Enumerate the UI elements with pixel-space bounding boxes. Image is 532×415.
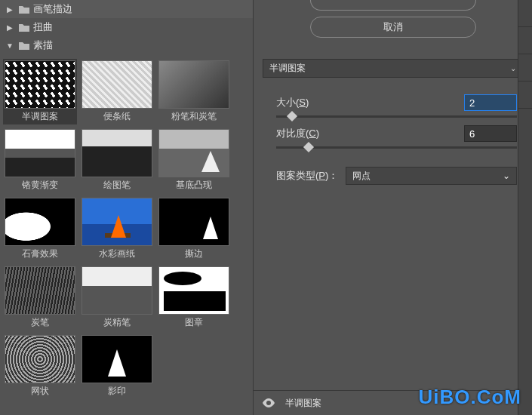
filter-options-panel: 取消 半调图案 ⌄ 大小(S) 对比度(C) 图案类型(P)： bbox=[253, 0, 532, 415]
filter-thumbnail[interactable]: 撕边 bbox=[157, 196, 231, 262]
filter-gallery-panel: ▶画笔描边▶扭曲▼素描 半调图案便条纸粉笔和炭笔铬黄渐变绘图笔基底凸现石膏效果水… bbox=[0, 0, 253, 415]
filter-thumbnail-preview bbox=[81, 60, 152, 109]
filter-thumbnail[interactable]: 基底凸现 bbox=[157, 128, 231, 193]
arrow-right-icon: ▶ bbox=[5, 22, 15, 32]
size-slider[interactable] bbox=[276, 115, 517, 118]
filter-thumbnail-preview bbox=[158, 60, 229, 109]
chevron-down-icon: ⌄ bbox=[503, 171, 510, 181]
ok-button-partial[interactable] bbox=[310, 0, 476, 11]
filter-thumbnail-label: 半调图案 bbox=[22, 110, 58, 123]
filter-thumbnail-preview bbox=[158, 266, 229, 315]
filter-thumbnail-label: 铬黄渐变 bbox=[22, 179, 58, 192]
filter-thumbnail-label: 图章 bbox=[185, 316, 203, 329]
size-slider-thumb[interactable] bbox=[287, 111, 297, 121]
filter-thumbnail-label: 撕边 bbox=[185, 247, 203, 260]
filter-thumbnail-preview bbox=[5, 266, 75, 315]
tree-category[interactable]: ▶扭曲 bbox=[0, 18, 253, 36]
filter-thumbnail-label: 基底凸现 bbox=[176, 179, 212, 192]
filter-thumbnail-preview bbox=[81, 129, 152, 177]
tree-category[interactable]: ▼素描 bbox=[0, 36, 253, 54]
filter-thumbnail-label: 粉笔和炭笔 bbox=[171, 110, 217, 123]
filter-thumbnail-label: 网状 bbox=[31, 385, 49, 398]
filter-thumbnail-preview bbox=[81, 335, 152, 383]
size-label: 大小(S) bbox=[276, 96, 309, 109]
filter-thumbnail-preview bbox=[158, 129, 229, 177]
filter-thumbnail-preview bbox=[158, 198, 229, 246]
filter-thumbnail-label: 影印 bbox=[108, 385, 126, 398]
filter-thumbnail-label: 绘图笔 bbox=[103, 179, 131, 192]
filter-select-dropdown[interactable]: 半调图案 ⌄ bbox=[263, 59, 523, 78]
filter-thumbnails-grid: 半调图案便条纸粉笔和炭笔铬黄渐变绘图笔基底凸现石膏效果水彩画纸撕边炭笔炭精笔图章… bbox=[0, 54, 253, 404]
tree-category[interactable]: ▶画笔描边 bbox=[0, 0, 253, 18]
filter-thumbnail-preview bbox=[5, 198, 75, 246]
right-vertical-toolbar bbox=[518, 0, 532, 415]
filter-thumbnail-label: 石膏效果 bbox=[22, 247, 58, 260]
size-input[interactable] bbox=[464, 94, 517, 111]
filter-thumbnail[interactable]: 影印 bbox=[80, 334, 154, 399]
filter-thumbnail-preview bbox=[5, 60, 75, 109]
folder-icon bbox=[18, 41, 30, 51]
filter-thumbnail[interactable]: 水彩画纸 bbox=[80, 196, 154, 262]
contrast-input[interactable] bbox=[464, 125, 517, 142]
filter-thumbnail[interactable]: 粉笔和炭笔 bbox=[157, 59, 231, 124]
filter-thumbnail-label: 便条纸 bbox=[103, 110, 131, 123]
filter-thumbnail[interactable]: 石膏效果 bbox=[3, 196, 77, 262]
folder-icon bbox=[18, 23, 30, 32]
contrast-slider[interactable] bbox=[276, 146, 517, 149]
watermark-text: UiBO.CoM bbox=[418, 386, 521, 409]
tree-category-label: 画笔描边 bbox=[33, 2, 72, 16]
filter-thumbnail[interactable]: 便条纸 bbox=[80, 59, 154, 124]
filter-layer-name: 半调图案 bbox=[285, 397, 321, 410]
filter-thumbnail[interactable]: 半调图案 bbox=[3, 59, 77, 124]
pattern-type-label: 图案类型(P)： bbox=[276, 169, 338, 183]
cancel-button[interactable]: 取消 bbox=[310, 17, 476, 38]
contrast-slider-thumb[interactable] bbox=[303, 142, 314, 152]
pattern-type-select[interactable]: 网点 ⌄ bbox=[346, 167, 517, 185]
filter-thumbnail[interactable]: 炭笔 bbox=[3, 265, 77, 330]
filter-thumbnail-preview bbox=[81, 198, 152, 246]
visibility-eye-icon[interactable] bbox=[260, 395, 278, 410]
tree-category-label: 扭曲 bbox=[33, 20, 53, 34]
filter-thumbnail[interactable]: 炭精笔 bbox=[80, 265, 154, 330]
filter-select-value: 半调图案 bbox=[269, 62, 306, 75]
arrow-right-icon: ▶ bbox=[5, 4, 15, 14]
filter-thumbnail[interactable]: 图章 bbox=[157, 265, 231, 330]
arrow-down-icon: ▼ bbox=[5, 40, 15, 51]
folder-icon bbox=[18, 5, 30, 14]
filter-thumbnail[interactable]: 绘图笔 bbox=[80, 128, 154, 193]
filter-thumbnail[interactable]: 铬黄渐变 bbox=[3, 128, 77, 193]
filter-thumbnail-preview bbox=[5, 335, 75, 383]
filter-thumbnail-label: 炭精笔 bbox=[103, 316, 131, 329]
filter-thumbnail[interactable]: 网状 bbox=[3, 334, 77, 399]
contrast-label: 对比度(C) bbox=[276, 127, 319, 140]
tree-category-label: 素描 bbox=[33, 38, 53, 52]
chevron-down-icon: ⌄ bbox=[510, 64, 516, 72]
filter-thumbnail-label: 炭笔 bbox=[31, 316, 49, 329]
pattern-type-value: 网点 bbox=[352, 170, 371, 183]
filter-thumbnail-preview bbox=[81, 266, 152, 315]
filter-thumbnail-preview bbox=[5, 129, 75, 177]
filter-thumbnail-label: 水彩画纸 bbox=[99, 247, 135, 260]
